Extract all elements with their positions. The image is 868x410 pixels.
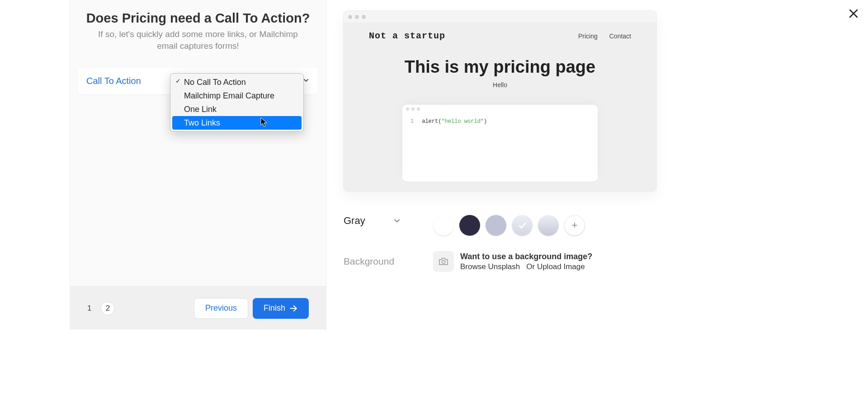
finish-button-label: Finish bbox=[264, 303, 285, 313]
preview-hero-sub: Hello bbox=[344, 81, 656, 89]
dropdown-option-no-cta[interactable]: No Call To Action bbox=[172, 75, 302, 89]
cta-select-label: Call To Action bbox=[86, 76, 141, 86]
code-line-number: 1 bbox=[410, 118, 414, 125]
previous-button-label: Previous bbox=[205, 303, 237, 313]
arrow-right-icon bbox=[289, 304, 298, 313]
browse-unsplash-link[interactable]: Browse Unsplash bbox=[460, 262, 520, 271]
preview-nav: Pricing Contact bbox=[578, 33, 631, 40]
previous-button[interactable]: Previous bbox=[194, 298, 248, 319]
preview-code-window: 1 alert("hello world") bbox=[402, 105, 598, 182]
wizard-title: Does Pricing need a Call To Action? bbox=[79, 11, 317, 26]
swatch-selected[interactable] bbox=[512, 215, 533, 236]
dropdown-option-mailchimp[interactable]: Mailchimp Email Capture bbox=[172, 89, 302, 102]
step-1[interactable]: 1 bbox=[87, 304, 91, 313]
background-row: Background Want to use a background imag… bbox=[344, 251, 656, 272]
preview-nav-contact: Contact bbox=[609, 33, 631, 40]
close-icon[interactable] bbox=[848, 8, 859, 21]
preview-brand: Not a startup bbox=[369, 31, 445, 41]
swatch-add[interactable]: + bbox=[564, 215, 585, 236]
preview-header: Not a startup Pricing Contact bbox=[344, 23, 656, 49]
window-controls bbox=[344, 11, 656, 23]
finish-button[interactable]: Finish bbox=[253, 298, 309, 319]
color-swatches: + bbox=[433, 215, 585, 236]
background-text: Want to use a background image? Browse U… bbox=[460, 252, 592, 271]
preview-code: 1 alert("hello world") bbox=[402, 114, 598, 129]
svg-point-3 bbox=[442, 261, 445, 264]
step-indicator: 1 2 bbox=[87, 302, 114, 315]
chevron-down-icon bbox=[392, 216, 401, 225]
cta-dropdown[interactable]: No Call To Action Mailchimp Email Captur… bbox=[170, 73, 304, 132]
step-2[interactable]: 2 bbox=[101, 302, 114, 315]
palette-label: Gray bbox=[344, 215, 365, 227]
camera-icon bbox=[438, 256, 449, 267]
preview-frame: Not a startup Pricing Contact This is my… bbox=[344, 11, 656, 191]
code-text: alert("hello world") bbox=[422, 118, 487, 125]
wizard-footer: 1 2 Previous Finish bbox=[70, 286, 326, 330]
swatch-white[interactable] bbox=[433, 215, 454, 236]
upload-image-link[interactable]: Or Upload Image bbox=[526, 262, 585, 271]
palette-select[interactable]: Gray bbox=[344, 215, 401, 227]
swatch-dark[interactable] bbox=[459, 215, 480, 236]
wizard-body: Does Pricing need a Call To Action? If s… bbox=[70, 0, 326, 286]
swatch-light[interactable] bbox=[486, 215, 506, 236]
dropdown-option-two-links[interactable]: Two Links bbox=[172, 116, 302, 130]
preview-nav-pricing: Pricing bbox=[578, 33, 598, 40]
wizard-subtitle: If so, let's quickly add some more links… bbox=[88, 28, 308, 51]
wizard-panel: Does Pricing need a Call To Action? If s… bbox=[70, 0, 326, 330]
background-question: Want to use a background image? bbox=[460, 252, 592, 261]
background-thumb[interactable] bbox=[433, 251, 454, 272]
dropdown-option-one-link[interactable]: One Link bbox=[172, 102, 302, 116]
preview-hero: This is my pricing page Hello bbox=[344, 57, 656, 89]
background-label: Background bbox=[344, 256, 433, 267]
swatch-gradient[interactable] bbox=[538, 215, 559, 236]
preview-hero-title: This is my pricing page bbox=[344, 57, 656, 77]
